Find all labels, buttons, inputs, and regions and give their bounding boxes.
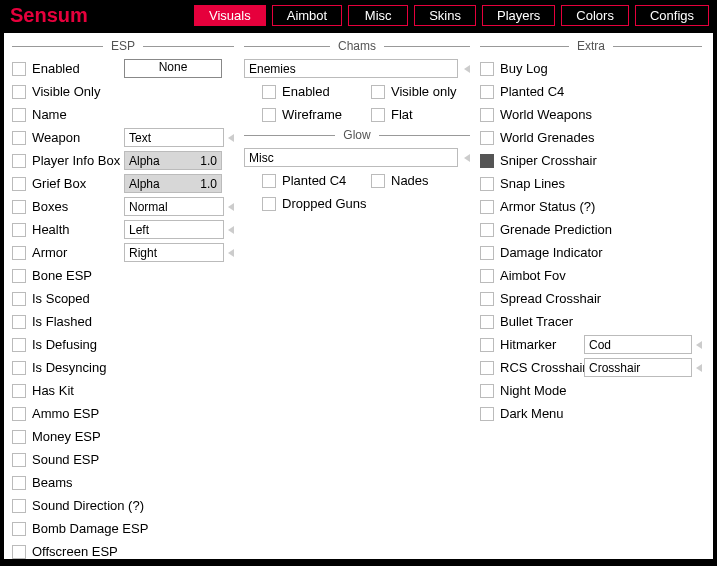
checkbox[interactable] — [371, 174, 385, 188]
alpha-slider[interactable]: Alpha1.0 — [124, 151, 222, 170]
combo-arrow-icon[interactable] — [696, 364, 702, 372]
esp-item-label: Sound Direction (?) — [32, 498, 118, 513]
esp-item-label: Boxes — [32, 199, 118, 214]
checkbox[interactable] — [262, 108, 276, 122]
esp-item-label: Health — [32, 222, 118, 237]
checkbox[interactable] — [12, 246, 26, 260]
esp-item-label: Enabled — [32, 61, 118, 76]
mid-column: Chams Enemies Enabled Visible only Wiref… — [244, 39, 470, 559]
esp-title: ESP — [12, 39, 234, 53]
checkbox[interactable] — [480, 292, 494, 306]
tab-aimbot[interactable]: Aimbot — [272, 5, 342, 26]
esp-item-label: Bomb Damage ESP — [32, 521, 118, 536]
checkbox[interactable] — [480, 338, 494, 352]
brand-title: Sensum — [8, 4, 88, 27]
esp-item-label: Sound ESP — [32, 452, 118, 467]
checkbox[interactable] — [480, 223, 494, 237]
checkbox[interactable] — [480, 200, 494, 214]
checkbox[interactable] — [480, 361, 494, 375]
checkbox[interactable] — [12, 476, 26, 490]
checkbox[interactable] — [262, 174, 276, 188]
combo-arrow-icon[interactable] — [228, 203, 234, 211]
weapon-combo[interactable]: Text — [124, 128, 224, 147]
chams-opt: Flat — [391, 107, 413, 122]
checkbox[interactable] — [12, 338, 26, 352]
esp-item-label: Armor — [32, 245, 118, 260]
boxes-combo[interactable]: Normal — [124, 197, 224, 216]
checkbox[interactable] — [262, 197, 276, 211]
tab-colors[interactable]: Colors — [561, 5, 629, 26]
checkbox[interactable] — [12, 269, 26, 283]
checkbox[interactable] — [12, 177, 26, 191]
combo-arrow-icon[interactable] — [696, 341, 702, 349]
esp-item-label: Has Kit — [32, 383, 118, 398]
checkbox[interactable] — [12, 315, 26, 329]
extra-item-label: Hitmarker — [500, 337, 578, 352]
checkbox[interactable] — [480, 85, 494, 99]
checkbox[interactable] — [12, 545, 26, 559]
armor-combo[interactable]: Right — [124, 243, 224, 262]
extra-item-label: Sniper Crosshair — [500, 153, 597, 168]
combo-arrow-icon[interactable] — [228, 249, 234, 257]
checkbox[interactable] — [12, 108, 26, 122]
checkbox[interactable] — [480, 108, 494, 122]
checkbox[interactable] — [480, 62, 494, 76]
checkbox[interactable] — [12, 223, 26, 237]
glow-title: Glow — [244, 128, 470, 142]
checkbox[interactable] — [12, 522, 26, 536]
combo-arrow-icon[interactable] — [228, 134, 234, 142]
esp-item-label: Player Info Box — [32, 153, 118, 168]
extra-title: Extra — [480, 39, 702, 53]
checkbox[interactable] — [262, 85, 276, 99]
checkbox[interactable] — [480, 246, 494, 260]
checkbox[interactable] — [12, 154, 26, 168]
visuals-panel: ESP EnabledNoneVisible OnlyNameWeaponTex… — [4, 33, 713, 559]
glow-combo-arrow-icon[interactable] — [464, 154, 470, 162]
tab-visuals[interactable]: Visuals — [194, 5, 266, 26]
esp-item-label: Is Flashed — [32, 314, 118, 329]
checkbox[interactable] — [12, 430, 26, 444]
extra-item-label: Snap Lines — [500, 176, 565, 191]
checkbox[interactable] — [12, 62, 26, 76]
checkbox[interactable] — [480, 177, 494, 191]
alpha-slider[interactable]: Alpha1.0 — [124, 174, 222, 193]
extra-item-label: Damage Indicator — [500, 245, 603, 260]
checkbox[interactable] — [480, 407, 494, 421]
tab-misc[interactable]: Misc — [348, 5, 408, 26]
checkbox[interactable] — [480, 269, 494, 283]
hitmarker-combo[interactable]: Cod — [584, 335, 692, 354]
esp-item-label: Bone ESP — [32, 268, 118, 283]
esp-column: ESP EnabledNoneVisible OnlyNameWeaponTex… — [12, 39, 234, 559]
chams-combo[interactable]: Enemies — [244, 59, 458, 78]
checkbox[interactable] — [12, 453, 26, 467]
extra-item-label: RCS Crosshair — [500, 360, 578, 375]
glow-combo[interactable]: Misc — [244, 148, 458, 167]
checkbox[interactable] — [480, 154, 494, 168]
checkbox[interactable] — [12, 499, 26, 513]
checkbox[interactable] — [12, 85, 26, 99]
chams-combo-arrow-icon[interactable] — [464, 65, 470, 73]
checkbox[interactable] — [480, 131, 494, 145]
esp-item-label: Visible Only — [32, 84, 118, 99]
checkbox[interactable] — [371, 108, 385, 122]
checkbox[interactable] — [12, 384, 26, 398]
checkbox[interactable] — [12, 361, 26, 375]
checkbox[interactable] — [12, 131, 26, 145]
checkbox[interactable] — [12, 200, 26, 214]
rcs-combo[interactable]: Crosshair — [584, 358, 692, 377]
esp-item-label: Beams — [32, 475, 118, 490]
checkbox[interactable] — [12, 407, 26, 421]
tab-players[interactable]: Players — [482, 5, 555, 26]
extra-item-label: Grenade Prediction — [500, 222, 612, 237]
checkbox[interactable] — [371, 85, 385, 99]
combo-arrow-icon[interactable] — [228, 226, 234, 234]
health-combo[interactable]: Left — [124, 220, 224, 239]
checkbox[interactable] — [480, 315, 494, 329]
tab-configs[interactable]: Configs — [635, 5, 709, 26]
esp-enable-keybind[interactable]: None — [124, 59, 222, 78]
extra-item-label: Buy Log — [500, 61, 548, 76]
glow-opt: Dropped Guns — [282, 196, 367, 211]
tab-skins[interactable]: Skins — [414, 5, 476, 26]
checkbox[interactable] — [480, 384, 494, 398]
checkbox[interactable] — [12, 292, 26, 306]
